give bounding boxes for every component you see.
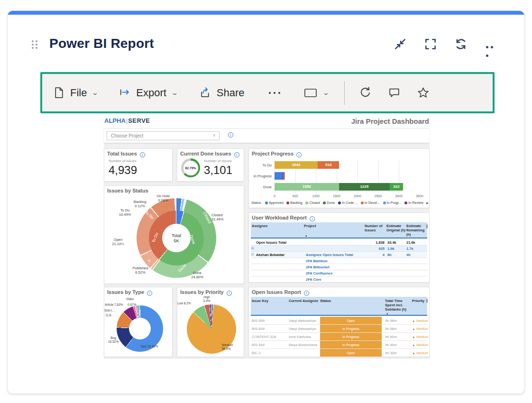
table-row[interactable]: Open Issues Total1,83833.4k21.6k: [251, 239, 427, 246]
table-row[interactable]: BIC-1Open9h 30m▲Medium: [251, 349, 427, 357]
scrollbar-thumb[interactable]: [426, 224, 428, 229]
view-mode-button[interactable]: ⌄: [303, 87, 329, 99]
more-options-icon[interactable]: [485, 37, 498, 51]
priority-pie[interactable]: [187, 304, 236, 354]
legend-item[interactable]: In Devel...: [361, 201, 380, 205]
info-icon[interactable]: i: [228, 132, 233, 137]
axis-tick: 2500: [371, 194, 385, 198]
column-header[interactable]: Status: [320, 299, 349, 303]
info-icon[interactable]: i: [296, 152, 302, 157]
info-icon[interactable]: i: [310, 216, 315, 221]
axis-tick: 0: [267, 194, 282, 198]
project-cell[interactable]: Assignee Open Issues Total: [306, 253, 365, 257]
comment-button[interactable]: [388, 86, 401, 99]
legend-item[interactable]: Backlog: [286, 201, 303, 205]
table-row[interactable]: 2FA Bamboo: [251, 258, 427, 264]
report-toolbar: File ⌄ Export ⌄ Share: [40, 72, 495, 113]
sort-desc-icon: ▼: [386, 312, 388, 315]
project-cell[interactable]: 2FA Confluence: [306, 271, 365, 275]
info-icon[interactable]: i: [140, 152, 145, 157]
legend-item[interactable]: In Progr...: [383, 201, 402, 205]
time-spent-cell: 9h 50m: [385, 335, 409, 339]
share-button[interactable]: Share: [199, 86, 245, 99]
collapse-icon[interactable]: [394, 37, 407, 51]
status-badge[interactable]: In Progress: [320, 333, 382, 340]
status-badge[interactable]: In Progress: [320, 325, 382, 332]
dashboard-header: ALPHA|SERVE Jira Project Dashboard: [104, 117, 430, 126]
column-header[interactable]: Total Time Spent incl. Subtasks (h): [385, 299, 410, 311]
fullscreen-icon[interactable]: [424, 37, 437, 51]
file-menu-button[interactable]: File ⌄: [53, 86, 98, 99]
table-row[interactable]: 2FA Bitbucket: [251, 264, 427, 270]
info-icon[interactable]: i: [227, 291, 232, 296]
legend-item[interactable]: In Review: [404, 201, 423, 205]
chart-title: Issues by Priority: [180, 289, 224, 295]
drag-handle-icon[interactable]: [31, 39, 38, 50]
bar-segment[interactable]: 1042: [275, 161, 318, 169]
scrollbar-thumb[interactable]: [426, 299, 428, 303]
table-row[interactable]: 2FA Confluence: [251, 270, 427, 276]
favorite-button[interactable]: [417, 86, 430, 99]
data-label: Open21.10%: [106, 238, 130, 246]
project-filter-dropdown[interactable]: Choose Project ∨: [107, 131, 220, 140]
stacked-bar: 15531225322: [275, 183, 420, 191]
legend-more-icon[interactable]: ▶: [426, 201, 429, 204]
data-label: Sub-t...: [104, 309, 120, 312]
bar-segment[interactable]: 1225: [339, 183, 390, 191]
widget-title: Power BI Report: [49, 36, 154, 51]
column-header[interactable]: Issue Key: [252, 299, 285, 303]
column-header[interactable]: Number of Issues: [365, 224, 385, 233]
status-badge[interactable]: In Progress: [320, 341, 382, 348]
table-row[interactable]: BIS-544Maya BorshchevaIn Progress9h 45m▲…: [251, 341, 427, 349]
time-spent-cell: 9h 58m: [385, 327, 409, 331]
table-row[interactable]: BIS-559Vasyl AleksashynOpen9h 58m▲Medium: [251, 317, 427, 325]
project-cell[interactable]: 2FA Core: [306, 277, 365, 282]
chart-title: Issues by Type: [107, 289, 144, 295]
info-icon[interactable]: i: [234, 152, 239, 157]
value-cell: 33.4k: [387, 240, 404, 245]
project-cell[interactable]: 2FA Bamboo: [306, 259, 365, 263]
table-row[interactable]: 2FA Core: [251, 276, 427, 283]
column-header[interactable]: Priority: [412, 299, 428, 303]
stacked-bar-plot: 104251815531225322: [275, 160, 420, 193]
bar-segment[interactable]: 322: [390, 183, 403, 191]
bar-segment[interactable]: [284, 172, 285, 180]
status-badge[interactable]: Open: [320, 317, 382, 324]
info-icon[interactable]: i: [147, 291, 152, 296]
column-header[interactable]: Assignee: [252, 224, 299, 229]
table-row[interactable]: CONTENT-328Inna KashubaIn Progress9h 50m…: [251, 333, 427, 341]
data-label: Article 7.63%: [105, 303, 132, 307]
expander-icon[interactable]: ⊞: [251, 247, 254, 250]
assignee-cell: Open Issues Total: [256, 240, 303, 245]
kpi-subtitle: Number of Issues: [109, 159, 137, 163]
sync-icon[interactable]: [454, 37, 468, 51]
refresh-button[interactable]: [359, 86, 372, 99]
project-cell[interactable]: 2FA Bitbucket: [306, 265, 365, 269]
legend-item[interactable]: Approved: [265, 201, 284, 205]
time-spent-cell: 9h 58m: [385, 319, 409, 323]
export-menu-button[interactable]: Export ⌄: [119, 86, 177, 99]
column-header[interactable]: Project: [304, 224, 361, 229]
bar-segment[interactable]: [275, 172, 283, 180]
column-header[interactable]: Estimate Original (h): [386, 224, 405, 233]
bar-segment[interactable]: 1553: [275, 183, 339, 191]
toolbar-more-icon[interactable]: [267, 89, 282, 97]
done-gauge[interactable]: 62.79%: [181, 158, 200, 177]
expander-icon[interactable]: ⊟: [251, 253, 254, 256]
info-icon[interactable]: i: [304, 291, 309, 296]
table-row[interactable]: BIS-644Vasyl AleksashynIn Progress9h 58m…: [251, 325, 427, 333]
legend-item[interactable]: In Code ...: [338, 201, 358, 205]
legend-item[interactable]: Closed: [305, 201, 320, 205]
data-label: Video: [120, 297, 139, 301]
table-row[interactable]: ⊟Akzhan BekaidarAssignee Open Issues Tot…: [251, 252, 427, 258]
status-badge[interactable]: Open: [320, 349, 382, 357]
widget-header-actions: [394, 37, 498, 51]
table-row[interactable]: ⊞9251.9k1.7k: [251, 246, 427, 252]
table-body: Open Issues Total1,83833.4k21.6k⊞9251.9k…: [251, 239, 427, 283]
column-header[interactable]: Estimate Remaining (h): [406, 224, 428, 237]
axis-tick: 1500: [330, 194, 344, 198]
sort-asc-icon: ▲: [305, 234, 307, 237]
column-header[interactable]: Current Assignee: [289, 299, 322, 303]
bar-segment[interactable]: 518: [318, 161, 339, 169]
legend-item[interactable]: Done: [323, 201, 335, 205]
